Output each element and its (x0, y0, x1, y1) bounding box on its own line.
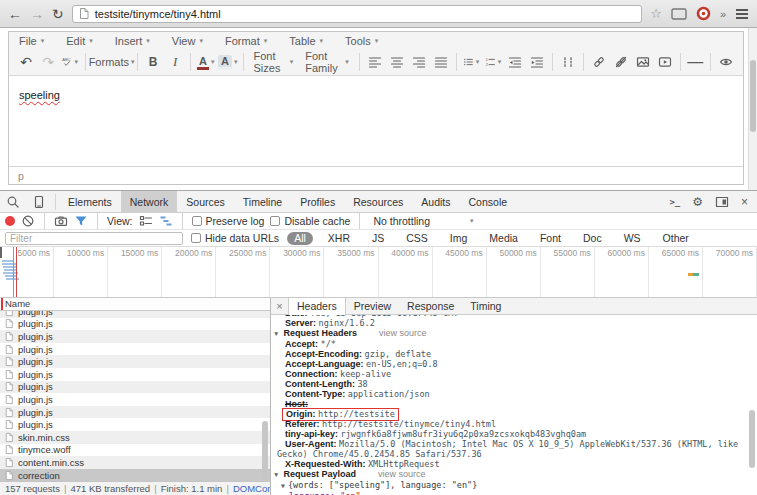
devtools-tab[interactable]: Profiles (291, 191, 344, 213)
formats-dropdown[interactable]: Formats▾ (90, 51, 134, 73)
numbered-list-button[interactable]: 1 2 ▾ (482, 51, 504, 73)
extensions-overflow-icon[interactable]: » (720, 8, 726, 20)
detail-tab[interactable]: Headers (288, 298, 346, 316)
record-extension-icon[interactable] (696, 6, 711, 21)
dock-side-button[interactable] (710, 195, 734, 209)
toggle-console-button[interactable]: >_ (664, 197, 685, 207)
device-toolbar-button[interactable] (26, 195, 52, 209)
headers-view[interactable]: Date: Tue, 15 Sep 2015 08:17:45 GMT Serv… (271, 315, 757, 495)
misspelled-word[interactable]: speeling (19, 89, 60, 101)
page-break-button[interactable] (557, 51, 579, 73)
forward-button[interactable]: → (30, 7, 44, 21)
record-network-button[interactable] (5, 216, 15, 226)
table-row[interactable]: skin.min.css (0, 431, 270, 444)
editor-menu-item[interactable]: Tools ▾ (345, 35, 378, 47)
table-scrollbar-thumb[interactable] (262, 421, 268, 479)
view-source-link[interactable]: view source (378, 469, 426, 480)
scrollbar-thumb[interactable] (750, 60, 756, 132)
devtools-tab[interactable]: Audits (412, 191, 459, 213)
font-family-dropdown[interactable]: Font Family▾ (299, 51, 355, 73)
editor-content-area[interactable]: speeling (9, 76, 743, 166)
bookmark-star-icon[interactable]: ☆ (650, 6, 662, 21)
italic-button[interactable]: I (164, 51, 186, 73)
editor-menu-item[interactable]: Table ▾ (289, 35, 323, 47)
screenshot-camera-icon[interactable] (54, 214, 68, 228)
name-column-header[interactable]: Name (0, 298, 270, 311)
editor-menu-item[interactable]: Format ▾ (225, 35, 267, 47)
devtools-tab[interactable]: Network (121, 191, 178, 213)
insert-link-button[interactable] (588, 51, 610, 73)
table-row[interactable]: content.min.css (0, 456, 270, 469)
inspect-element-button[interactable] (0, 195, 26, 209)
preview-button[interactable] (715, 51, 737, 73)
outdent-button[interactable] (504, 51, 526, 73)
type-filter[interactable]: Doc (576, 232, 609, 245)
type-filter[interactable]: Other (656, 232, 696, 245)
bold-button[interactable]: B (142, 51, 164, 73)
waterfall-view-icon[interactable] (159, 214, 173, 228)
address-bar[interactable]: testsite/tinymce/tiny4.html (72, 5, 642, 23)
throttling-select[interactable]: No throttling ▾ (373, 215, 473, 227)
menu-hamburger-icon[interactable] (735, 8, 749, 20)
table-row[interactable]: plugin.js (0, 330, 270, 343)
page-scrollbar[interactable] (748, 28, 757, 190)
remove-link-button[interactable] (610, 51, 632, 73)
network-overview-timeline[interactable]: 5000 ms 10000 ms 15000 ms 20000 ms 25000… (0, 247, 757, 298)
indent-button[interactable] (526, 51, 548, 73)
request-headers-section[interactable]: ▼ Request Headers view source (271, 328, 757, 339)
back-button[interactable]: ← (8, 7, 22, 21)
preserve-log-checkbox[interactable]: Preserve log (192, 215, 265, 227)
payload-preview[interactable]: ▼ {words: ["speeling"], language: "en"} (271, 480, 757, 491)
table-row[interactable]: plugin.js (0, 381, 270, 394)
type-filter[interactable]: JS (365, 232, 391, 245)
detail-tab[interactable]: Preview (346, 298, 399, 315)
type-filter[interactable]: Img (443, 232, 475, 245)
devtools-tab[interactable]: Console (460, 191, 517, 213)
table-row[interactable]: plugin.js (0, 406, 270, 419)
devtools-tab[interactable]: Sources (177, 191, 234, 213)
align-right-button[interactable] (408, 51, 430, 73)
reload-button[interactable]: ↻ (52, 7, 64, 21)
type-filter[interactable]: WS (617, 232, 648, 245)
type-filter[interactable]: Media (482, 232, 525, 245)
close-detail-button[interactable]: × (271, 300, 288, 312)
devtools-tab[interactable]: Elements (59, 191, 121, 213)
detail-scrollbar-thumb[interactable] (749, 410, 755, 468)
table-row[interactable]: plugin.js (0, 368, 270, 381)
align-left-button[interactable] (364, 51, 386, 73)
table-row[interactable]: plugin.js (0, 393, 270, 406)
table-row[interactable]: plugin.js (0, 355, 270, 368)
table-row[interactable]: plugin.js (0, 311, 270, 318)
text-color-button[interactable]: A▾ (195, 51, 217, 73)
bullet-list-button[interactable]: ▾ (460, 51, 482, 73)
table-row[interactable]: plugin.js (0, 343, 270, 356)
request-payload-section[interactable]: ▼ Request Payload view source (271, 469, 757, 480)
font-sizes-dropdown[interactable]: Font Sizes▾ (247, 51, 299, 73)
insert-media-button[interactable] (654, 51, 676, 73)
type-filter[interactable]: CSS (399, 232, 435, 245)
spellcheck-button[interactable]: ABC ▾ (59, 51, 81, 73)
redo-button[interactable]: ↷ (37, 51, 59, 73)
align-justify-button[interactable] (430, 51, 452, 73)
type-filter[interactable]: XHR (321, 232, 357, 245)
devtools-tab[interactable]: Resources (344, 191, 412, 213)
editor-menu-item[interactable]: File ▾ (19, 35, 44, 47)
devtools-tab[interactable]: Timeline (234, 191, 291, 213)
disable-cache-checkbox[interactable]: Disable cache (270, 215, 350, 227)
view-source-link[interactable]: view source (379, 328, 427, 339)
insert-image-button[interactable] (632, 51, 654, 73)
element-path[interactable]: p (18, 170, 24, 182)
type-filter[interactable]: Font (533, 232, 568, 245)
table-row[interactable]: plugin.js (0, 418, 270, 431)
table-row[interactable]: plugin.js (0, 318, 270, 331)
align-center-button[interactable] (386, 51, 408, 73)
detail-tab[interactable]: Timing (462, 298, 509, 315)
filter-input[interactable] (5, 232, 183, 245)
detail-tab[interactable]: Response (399, 298, 462, 315)
table-row[interactable]: correction (0, 469, 270, 481)
list-view-icon[interactable] (139, 214, 153, 228)
table-row[interactable]: tinymce.woff (0, 444, 270, 457)
editor-menu-item[interactable]: View ▾ (172, 35, 203, 47)
close-devtools-button[interactable]: × (736, 195, 753, 209)
cast-icon[interactable] (671, 8, 687, 20)
